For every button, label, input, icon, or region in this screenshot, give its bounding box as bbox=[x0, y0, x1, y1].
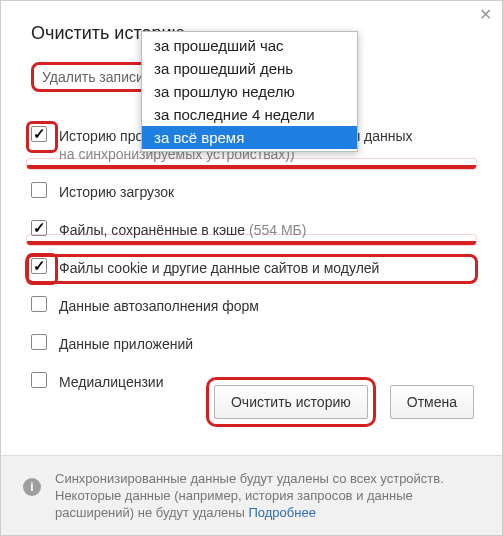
clear-history-dialog: ✕ Очистить историю Удалить записи: Истор… bbox=[0, 0, 503, 536]
option-row: Данные автозаполнения форм bbox=[31, 292, 472, 320]
option-label[interactable]: Медиалицензии bbox=[59, 374, 164, 390]
checkbox[interactable] bbox=[31, 372, 47, 388]
info-icon: i bbox=[23, 478, 41, 496]
time-range-option[interactable]: за прошедший день bbox=[142, 57, 357, 80]
option-label[interactable]: Данные автозаполнения форм bbox=[59, 298, 259, 314]
red-underline bbox=[27, 235, 476, 245]
time-range-option[interactable]: за всё время bbox=[142, 126, 357, 149]
checkbox[interactable] bbox=[31, 296, 47, 312]
checkbox[interactable] bbox=[31, 334, 47, 350]
option-label[interactable]: Данные приложений bbox=[59, 336, 193, 352]
delete-records-label: Удалить записи: bbox=[31, 62, 159, 92]
option-row: Данные приложений bbox=[31, 330, 472, 358]
checkbox[interactable] bbox=[31, 258, 47, 274]
close-icon[interactable]: ✕ bbox=[476, 7, 494, 25]
checkbox[interactable] bbox=[31, 126, 47, 142]
checkbox[interactable] bbox=[31, 182, 47, 198]
cancel-button[interactable]: Отмена bbox=[390, 385, 474, 419]
option-label[interactable]: Файлы cookie и другие данные сайтов и мо… bbox=[59, 260, 379, 276]
footer-note: i Синхронизированные данные будут удален… bbox=[1, 455, 502, 535]
option-row: Историю загрузок bbox=[31, 178, 472, 206]
options-list: Историю просмотров (5 242 записи (не счи… bbox=[31, 122, 472, 390]
button-row: Очистить историю Отмена bbox=[206, 377, 474, 427]
option-label[interactable]: Историю загрузок bbox=[59, 184, 174, 200]
time-range-option[interactable]: за прошлую неделю bbox=[142, 80, 357, 103]
footer-line3: расширений) не будут удалены bbox=[55, 505, 249, 520]
time-range-dropdown[interactable]: за прошедший часза прошедший деньза прош… bbox=[141, 31, 358, 152]
clear-button-highlight: Очистить историю bbox=[206, 377, 376, 427]
clear-history-button[interactable]: Очистить историю bbox=[214, 385, 368, 419]
footer-line2: Некоторые данные (например, история запр… bbox=[55, 488, 413, 503]
checkbox[interactable] bbox=[31, 220, 47, 236]
footer-more-link[interactable]: Подробнее bbox=[249, 505, 316, 520]
option-row: Файлы, сохранённые в кэше (554 МБ) bbox=[31, 216, 472, 244]
footer-line1: Синхронизированные данные будут удалены … bbox=[55, 471, 444, 486]
red-underline bbox=[27, 159, 476, 169]
time-range-option[interactable]: за последние 4 недели bbox=[142, 103, 357, 126]
option-row: Файлы cookie и другие данные сайтов и мо… bbox=[31, 254, 472, 282]
time-range-option[interactable]: за прошедший час bbox=[142, 34, 357, 57]
